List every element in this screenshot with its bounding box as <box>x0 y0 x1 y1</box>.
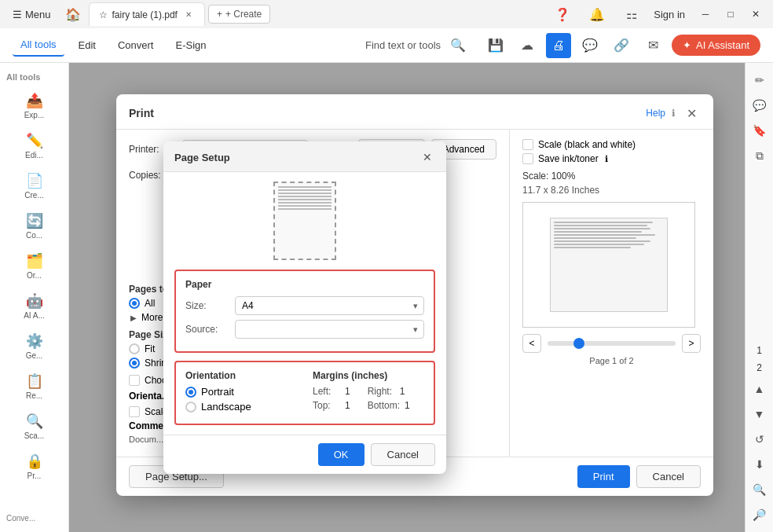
shrink-radio <box>129 358 140 369</box>
landscape-row[interactable]: Landscape <box>185 401 297 413</box>
bell-icon[interactable]: 🔔 <box>584 2 610 27</box>
comment-icon[interactable]: 💬 <box>577 33 603 58</box>
ai-sidebar-icon: 🤖 <box>26 292 43 310</box>
right-bookmark-icon[interactable]: 🔖 <box>749 119 771 141</box>
prev-line-3 <box>554 228 650 229</box>
scroll-up-icon[interactable]: ▲ <box>749 378 771 400</box>
portrait-row[interactable]: Portrait <box>185 386 297 398</box>
page-setup-close-button[interactable]: ✕ <box>419 149 435 165</box>
portrait-radio <box>185 387 196 398</box>
cloud-icon[interactable]: ☁ <box>515 33 540 58</box>
scroll-down-icon[interactable]: ▼ <box>749 403 771 425</box>
choose-box <box>129 375 140 386</box>
sidebar-edit-label: Edi... <box>25 151 43 160</box>
print-dialog-right: Scale (black and white) Save ink/toner ℹ… <box>509 130 713 457</box>
sidebar-item-convert[interactable]: 🔄 Co... <box>3 207 65 244</box>
page-info: Page 1 of 2 <box>522 356 701 365</box>
orientation-column: Orientation Portrait Landscape <box>185 370 297 416</box>
apps-icon[interactable]: ⚏ <box>619 2 644 27</box>
sidebar-item-organize[interactable]: 🗂️ Or... <box>3 248 65 284</box>
search-label: Find text or tools <box>365 39 441 51</box>
content-area: Print Help ℹ ✕ Printer: Wondershare PDFe… <box>69 63 745 532</box>
save-ink-checkbox[interactable]: Save ink/toner ℹ <box>522 153 701 164</box>
sign-in-button[interactable]: Sign in <box>654 9 685 20</box>
new-tab-button[interactable]: + + Create <box>208 5 270 24</box>
scale-bw-checkbox[interactable]: Scale (black and white) <box>522 139 701 150</box>
print-button[interactable]: Print <box>577 465 630 488</box>
page-slider[interactable] <box>548 341 676 346</box>
all-tools-tab[interactable]: All tools <box>13 34 64 57</box>
size-select-wrapper: A4 <box>235 296 424 315</box>
protect-icon: 🔒 <box>26 453 43 470</box>
active-tab[interactable]: ☆ fairy tale (1).pdf ✕ <box>89 2 205 26</box>
sidebar-item-scan[interactable]: 🔍 Sca... <box>3 408 65 445</box>
right-layers-icon[interactable]: ⧉ <box>749 145 771 167</box>
top-margin-row: Top: 1 Bottom: 1 <box>313 400 424 411</box>
help-link[interactable]: Help <box>646 108 665 119</box>
print-cancel-button[interactable]: Cancel <box>636 465 701 488</box>
page-number-1[interactable]: 1 <box>755 343 764 358</box>
esign-tab[interactable]: E-Sign <box>167 35 214 56</box>
sidebar-export-label: Exp... <box>24 111 45 119</box>
prev-page-button[interactable]: < <box>522 334 541 353</box>
page-number-2[interactable]: 2 <box>755 361 764 375</box>
landscape-label: Landscape <box>201 401 251 413</box>
sidebar-item-export[interactable]: 📤 Exp... <box>3 87 65 124</box>
maximize-button[interactable]: □ <box>720 3 742 25</box>
email-icon[interactable]: ✉ <box>640 33 665 58</box>
page-setup-cancel-button[interactable]: Cancel <box>371 443 435 466</box>
tab-close-button[interactable]: ✕ <box>182 9 195 21</box>
home-icon[interactable]: 🏠 <box>60 2 86 27</box>
sidebar-review-label: Re... <box>26 391 42 400</box>
top-margin-value: 1 <box>345 400 350 411</box>
minimize-button[interactable]: ─ <box>694 3 716 25</box>
page-setup-ok-button[interactable]: OK <box>318 443 365 466</box>
sidebar-organize-label: Or... <box>27 271 42 280</box>
slider-thumb[interactable] <box>573 338 584 349</box>
sidebar-item-review[interactable]: 📋 Re... <box>3 368 65 405</box>
scale-box <box>129 406 140 417</box>
sidebar: All tools 📤 Exp... ✏️ Edi... 📄 Cre... 🔄 … <box>0 63 69 532</box>
edit-tab[interactable]: Edit <box>71 35 104 56</box>
right-margin-value: 1 <box>400 386 405 397</box>
sidebar-item-ai[interactable]: 🤖 AI A... <box>3 288 65 325</box>
sidebar-general-label: Ge... <box>26 351 43 360</box>
source-select[interactable] <box>235 320 424 339</box>
print-icon[interactable]: 🖨 <box>546 33 571 58</box>
save-icon[interactable]: 💾 <box>483 33 508 58</box>
right-edit-icon[interactable]: ✏ <box>749 69 771 91</box>
help-icon[interactable]: ❓ <box>550 2 575 27</box>
prev-line-9 <box>554 247 631 248</box>
next-page-button[interactable]: > <box>682 334 701 353</box>
sidebar-item-create[interactable]: 📄 Cre... <box>3 167 65 204</box>
right-panel: ✏ 💬 🔖 ⧉ 1 2 ▲ ▼ ↺ ⬇ 🔍 🔎 <box>745 63 773 532</box>
zoom-out-icon[interactable]: 🔎 <box>749 504 771 526</box>
close-button[interactable]: ✕ <box>745 3 767 25</box>
refresh-icon[interactable]: ↺ <box>749 428 771 450</box>
convert-tab[interactable]: Convert <box>110 35 162 56</box>
size-label: Size: <box>185 300 229 311</box>
footer-right: Print Cancel <box>577 465 701 488</box>
right-comment-icon[interactable]: 💬 <box>749 94 771 116</box>
sidebar-ai-label: AI A... <box>24 311 45 320</box>
size-select[interactable]: A4 <box>235 296 424 315</box>
prev-line-1 <box>554 222 653 223</box>
link-icon[interactable]: 🔗 <box>609 33 634 58</box>
sidebar-item-general[interactable]: ⚙️ Ge... <box>3 328 65 365</box>
ai-assistant-button[interactable]: ✦ AI Assistant <box>672 35 760 56</box>
sidebar-item-edit[interactable]: ✏️ Edi... <box>3 127 65 164</box>
ps-line-2 <box>278 189 332 191</box>
sidebar-scan-label: Sca... <box>24 431 45 440</box>
zoom-in-icon[interactable]: 🔍 <box>749 479 771 501</box>
prev-line-7 <box>554 240 650 242</box>
sidebar-item-protect[interactable]: 🔒 Pr... <box>3 448 65 485</box>
menu-button[interactable]: ☰ Menu <box>6 6 57 24</box>
print-dialog-close[interactable]: ✕ <box>682 104 701 123</box>
download-icon[interactable]: ⬇ <box>749 453 771 475</box>
plus-icon: + <box>217 9 222 20</box>
prev-line-6 <box>554 237 636 239</box>
save-ink-label: Save ink/toner <box>538 153 599 164</box>
top-margin-label: Top: <box>313 400 340 411</box>
search-icon[interactable]: 🔍 <box>445 33 471 58</box>
organize-icon: 🗂️ <box>26 252 43 270</box>
